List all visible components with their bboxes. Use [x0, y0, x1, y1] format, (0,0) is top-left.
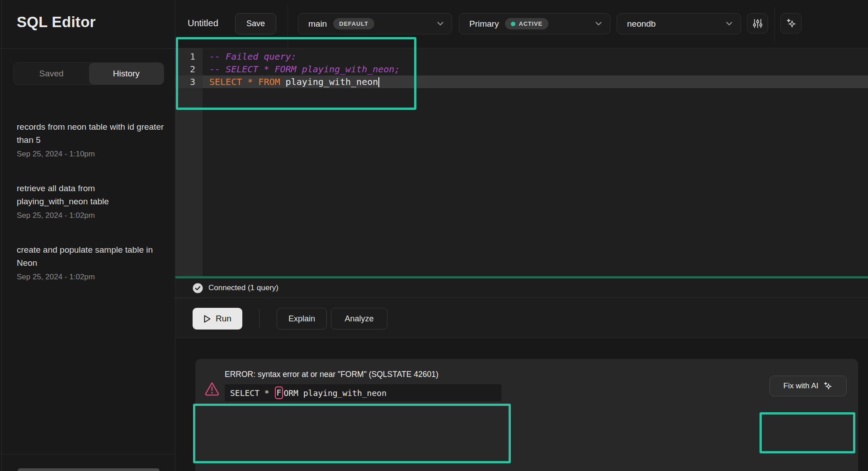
line-number: 2 — [175, 63, 203, 75]
history-item-title: create and populate sample table in Neon — [17, 243, 167, 269]
sliders-icon — [752, 18, 763, 29]
chevron-down-icon — [595, 22, 602, 26]
compute-badge-label: ACTIVE — [519, 20, 542, 27]
run-button-label: Run — [216, 314, 231, 324]
sparkles-icon — [823, 381, 833, 391]
line-number: 1 — [175, 50, 203, 63]
connection-status-bar: Connected (1 query) — [175, 278, 868, 298]
explain-button[interactable]: Explain — [277, 308, 327, 330]
topbar-divider — [288, 5, 288, 48]
line-number: 3 — [175, 75, 203, 88]
history-item-title: retrieve all data from playing_with_neon… — [17, 182, 167, 208]
branch-name: main — [308, 19, 327, 29]
query-title: Untitled — [188, 18, 218, 28]
sidebar-header-divider — [0, 48, 175, 49]
toolbar-divider — [259, 309, 259, 329]
page-title: SQL Editor — [17, 14, 96, 31]
branch-selector[interactable]: main DEFAULT — [298, 13, 452, 34]
code-text: SELECT * FROM playing_with_neon — [203, 75, 868, 88]
sql-comment: -- Failed query: — [209, 51, 297, 62]
compute-selector[interactable]: Primary ACTIVE — [459, 13, 610, 34]
history-list-item[interactable]: retrieve all data from playing_with_neon… — [17, 182, 167, 220]
error-message: ERROR: syntax error at or near "FORM" (S… — [225, 370, 439, 379]
database-selector[interactable]: neondb — [617, 13, 741, 34]
fix-with-ai-label: Fix with AI — [783, 382, 818, 391]
history-item-title: records from neon table with id greater … — [17, 120, 167, 146]
sidebar-tabs: Saved History — [14, 62, 164, 85]
editor-settings-button[interactable] — [747, 13, 768, 33]
sidebar-bottom-divider — [0, 454, 175, 454]
query-result-panel: ERROR: syntax error at or near "FORM" (S… — [195, 359, 858, 471]
run-button[interactable]: Run — [193, 308, 242, 330]
save-button[interactable]: Save — [235, 13, 276, 34]
active-status-dot — [511, 22, 515, 26]
code-text: -- SELECT * FORM playing_with_neon; — [203, 63, 400, 75]
ai-assistant-button[interactable] — [780, 13, 802, 33]
database-name: neondb — [627, 19, 656, 29]
results-area: ERROR: syntax error at or near "FORM" (S… — [175, 339, 868, 471]
sql-identifier: playing_with_neon — [280, 76, 378, 87]
sql-comment: -- SELECT * FORM playing_with_neon; — [209, 64, 400, 75]
error-query-snippet: SELECT * FORM playing_with_neon — [225, 384, 501, 401]
analyze-button[interactable]: Analyze — [331, 308, 387, 330]
sql-keyword: SELECT * FROM — [209, 76, 280, 87]
compute-name: Primary — [469, 19, 499, 29]
history-item-timestamp: Sep 25, 2024 - 1:02pm — [17, 273, 167, 282]
error-query-after: ORM playing_with_neon — [283, 388, 387, 398]
sidebar-bottom-element — [18, 468, 160, 471]
connection-status-text: Connected (1 query) — [208, 283, 278, 292]
history-item-timestamp: Sep 25, 2024 - 1:02pm — [17, 211, 167, 220]
history-list-item[interactable]: create and populate sample table in Neon… — [17, 243, 167, 282]
sparkles-icon — [785, 18, 797, 29]
code-line: 2 -- SELECT * FORM playing_with_neon; — [175, 63, 868, 75]
code-line-active: 3 SELECT * FROM playing_with_neon — [175, 75, 868, 88]
code-line: 1 -- Failed query: — [175, 50, 868, 63]
compute-active-badge: ACTIVE — [505, 18, 548, 29]
fix-with-ai-button[interactable]: Fix with AI — [769, 376, 847, 396]
sql-editor-app: SQL Editor Saved History records from ne… — [0, 0, 868, 471]
history-item-timestamp: Sep 25, 2024 - 1:10pm — [17, 150, 167, 159]
check-circle-icon — [193, 283, 203, 293]
main-area: Untitled Save main DEFAULT Primary ACTIV… — [175, 0, 868, 471]
error-position-marker: F — [275, 386, 283, 399]
sidebar: SQL Editor Saved History records from ne… — [0, 0, 175, 471]
query-toolbar: Run Explain Analyze — [175, 298, 868, 338]
topbar-divider — [774, 7, 775, 42]
error-query-before: SELECT * — [230, 388, 274, 398]
topbar: Untitled Save main DEFAULT Primary ACTIV… — [175, 0, 868, 48]
chevron-down-icon — [437, 22, 443, 26]
chevron-down-icon — [726, 22, 732, 26]
window-edge — [1, 0, 2, 471]
history-list-item[interactable]: records from neon table with id greater … — [17, 120, 167, 159]
play-icon — [203, 315, 211, 323]
text-cursor — [378, 77, 379, 87]
branch-default-badge: DEFAULT — [333, 18, 374, 29]
code-text: -- Failed query: — [203, 50, 297, 63]
tab-history[interactable]: History — [89, 63, 164, 85]
tab-saved[interactable]: Saved — [14, 63, 89, 85]
warning-triangle-icon — [204, 382, 220, 396]
